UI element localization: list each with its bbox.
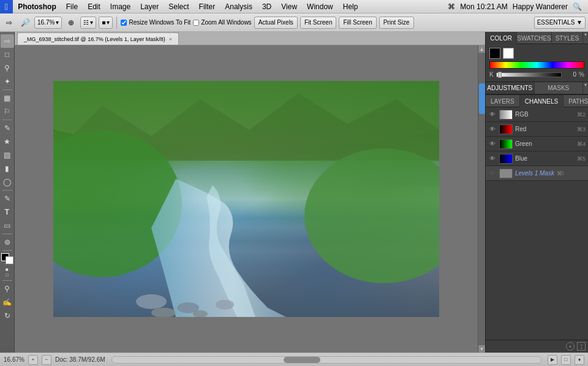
canvas-vertical-scrollbar[interactable]: ▲ ▼ bbox=[478, 45, 485, 353]
tool-rotate[interactable]: ↻ bbox=[1, 309, 14, 322]
scroll-track[interactable] bbox=[478, 53, 486, 345]
tab-swatches[interactable]: SWATCHES bbox=[517, 32, 552, 44]
tab-channels[interactable]: CHANNELS bbox=[520, 95, 564, 107]
menu-view[interactable]: View bbox=[276, 0, 302, 13]
tool-text[interactable]: T bbox=[1, 205, 14, 219]
tool-magic-wand[interactable]: ✦ bbox=[1, 75, 14, 88]
menu-3d[interactable]: 3D bbox=[257, 0, 276, 13]
tool-hand[interactable]: ✍ bbox=[1, 295, 14, 309]
horizontal-scrollbar[interactable] bbox=[111, 356, 541, 364]
channel-red[interactable]: 👁 Red ⌘3 bbox=[486, 122, 588, 137]
zoom-all-input[interactable] bbox=[193, 20, 199, 26]
menu-help[interactable]: Help bbox=[338, 0, 363, 13]
menu-image[interactable]: Image bbox=[105, 0, 135, 13]
tool-gradient[interactable]: ▮ bbox=[1, 162, 14, 175]
tool-eraser[interactable]: ▧ bbox=[1, 148, 14, 162]
play-button[interactable]: ▶ bbox=[548, 355, 557, 365]
color-k-row: K 0 % bbox=[489, 71, 584, 78]
foreground-swatch[interactable] bbox=[489, 48, 500, 59]
tool-marquee[interactable]: □ bbox=[1, 48, 14, 61]
delete-channel-button[interactable]: ⌶ bbox=[577, 342, 586, 351]
color-panel-collapse[interactable]: ▾ bbox=[583, 32, 588, 37]
view-icons[interactable]: ☷▾ bbox=[80, 17, 96, 29]
separator bbox=[116, 17, 117, 29]
zoom-in-button[interactable]: + bbox=[28, 355, 38, 365]
tool-brush[interactable]: ✎ bbox=[1, 121, 14, 135]
actual-pixels-button[interactable]: Actual Pixels bbox=[254, 17, 298, 29]
background-swatch[interactable] bbox=[503, 48, 514, 59]
eye-blue[interactable]: 👁 bbox=[488, 154, 497, 163]
tool-shape[interactable]: ▭ bbox=[1, 219, 14, 232]
tool-pen[interactable]: ✎ bbox=[1, 192, 14, 205]
color-spectrum[interactable] bbox=[489, 61, 584, 69]
tool-dodge[interactable]: ◯ bbox=[1, 175, 14, 189]
channel-blue[interactable]: 👁 Blue ⌘5 bbox=[486, 151, 588, 166]
document-tab[interactable]: _MG_6938_stitched.tif @ 16.7% (Levels 1,… bbox=[17, 32, 179, 45]
channel-mask[interactable]: 👁 Levels 1 Mask ⌘\ bbox=[486, 166, 588, 181]
print-size-button[interactable]: Print Size bbox=[379, 17, 414, 29]
resize-checkbox-input[interactable] bbox=[121, 20, 127, 26]
menu-layer[interactable]: Layer bbox=[135, 0, 164, 13]
info-button-2[interactable]: ♦ bbox=[575, 355, 584, 365]
info-button-1[interactable]: □ bbox=[561, 355, 571, 365]
arrange-dropdown[interactable]: ■▾ bbox=[99, 17, 113, 29]
tab-color[interactable]: COLOR bbox=[486, 32, 517, 44]
tab-adjustments[interactable]: ADJUSTMENTS bbox=[486, 82, 535, 94]
tool-crop[interactable]: ▦ bbox=[1, 91, 14, 105]
color-swatches bbox=[489, 48, 584, 59]
tool-move[interactable]: ⇨ bbox=[1, 34, 14, 48]
username: Happy Wanderer bbox=[513, 2, 568, 11]
tab-paths[interactable]: PATHS bbox=[564, 95, 588, 107]
tab-masks[interactable]: MASKS bbox=[535, 82, 584, 94]
menu-select[interactable]: Select bbox=[164, 0, 194, 13]
fill-screen-button[interactable]: Fill Screen bbox=[339, 17, 376, 29]
background-color[interactable] bbox=[6, 256, 13, 264]
tool-icon-move[interactable]: ⇨ bbox=[2, 16, 16, 29]
new-channel-button[interactable]: + bbox=[566, 342, 575, 351]
eye-rgb[interactable]: 👁 bbox=[488, 110, 497, 119]
canvas-container[interactable] bbox=[15, 45, 478, 353]
k-slider-thumb[interactable] bbox=[498, 72, 502, 78]
apple-logo[interactable]:  bbox=[0, 0, 13, 13]
tool-mode-normal[interactable]: ■□ bbox=[1, 265, 14, 279]
tab-close-button[interactable]: × bbox=[169, 36, 172, 42]
svg-point-3 bbox=[304, 148, 439, 283]
workspace-button[interactable]: ESSENTIALS ▼ bbox=[534, 17, 586, 29]
zoom-all-checkbox[interactable]: Zoom All Windows bbox=[193, 19, 251, 26]
eye-red[interactable]: 👁 bbox=[488, 125, 497, 134]
fit-screen-button[interactable]: Fit Screen bbox=[300, 17, 337, 29]
adj-collapse[interactable]: ▾ bbox=[583, 82, 588, 87]
tab-layers[interactable]: LAYERS bbox=[486, 95, 520, 107]
blue-shortcut: ⌘5 bbox=[577, 156, 586, 162]
resize-windows-checkbox[interactable]: Resize Windows To Fit bbox=[121, 19, 190, 26]
tool-icon-zoom-in[interactable]: 🔎 bbox=[18, 16, 32, 29]
menu-file[interactable]: File bbox=[61, 0, 83, 13]
menu-analysis[interactable]: Analysis bbox=[220, 0, 257, 13]
k-slider[interactable] bbox=[496, 72, 562, 77]
foreground-background-colors[interactable] bbox=[1, 253, 13, 264]
tool-eyedropper[interactable]: ⚐ bbox=[1, 105, 14, 118]
scroll-thumb[interactable] bbox=[479, 83, 485, 114]
eye-green[interactable]: 👁 bbox=[488, 140, 497, 148]
tool-3d[interactable]: ⊚ bbox=[1, 235, 14, 249]
menu-window[interactable]: Window bbox=[302, 0, 338, 13]
search-icon[interactable]: 🔍 bbox=[573, 2, 582, 11]
channel-green[interactable]: 👁 Green ⌘4 bbox=[486, 137, 588, 151]
menu-edit[interactable]: Edit bbox=[83, 0, 105, 13]
tab-styles[interactable]: STYLES bbox=[552, 32, 583, 44]
tool-clone[interactable]: ★ bbox=[1, 135, 14, 148]
doc-size: Doc: 38.7M/92.6M bbox=[55, 356, 105, 363]
nav-icons[interactable]: ⊕ bbox=[64, 16, 78, 29]
eye-mask[interactable]: 👁 bbox=[488, 169, 497, 178]
scroll-down-arrow[interactable]: ▼ bbox=[478, 345, 486, 353]
clock-area: ⌘ Mon 10:21 AM Happy Wanderer 🔍 bbox=[448, 2, 588, 11]
channel-rgb[interactable]: 👁 RGB ⌘2 bbox=[486, 107, 588, 122]
menu-filter[interactable]: Filter bbox=[194, 0, 221, 13]
zoom-value: 16.7% bbox=[37, 19, 55, 26]
scroll-up-arrow[interactable]: ▲ bbox=[478, 45, 486, 53]
zoom-dropdown[interactable]: 16.7% ▾ bbox=[34, 17, 62, 29]
h-scroll-thumb[interactable] bbox=[284, 357, 320, 363]
tool-lasso[interactable]: ⚲ bbox=[1, 61, 14, 75]
tool-zoom[interactable]: ⚲ bbox=[1, 282, 14, 295]
zoom-out-button[interactable]: − bbox=[42, 355, 51, 365]
